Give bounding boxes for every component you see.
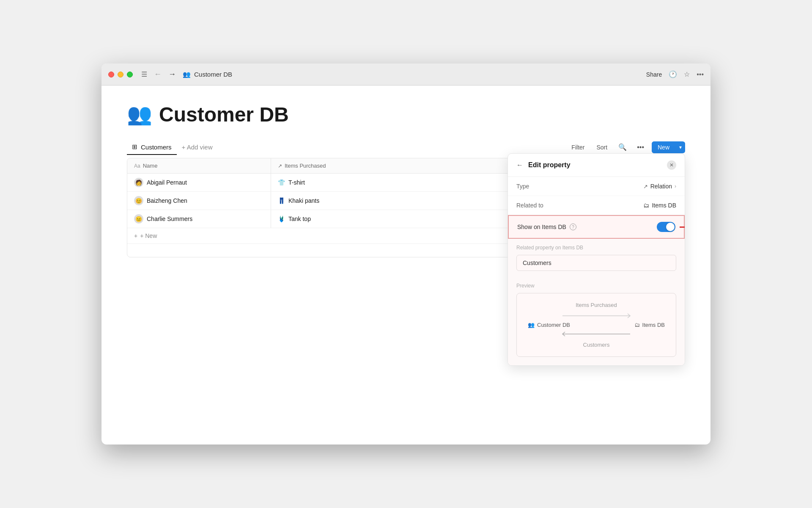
preview-db-row: 👥 Customer DB 🗂 Items DB [524,322,669,328]
related-property-section: Related property on Items DB [508,239,685,277]
red-arrow-line [680,226,685,228]
item-emoji: 👕 [278,179,285,186]
filter-button[interactable]: Filter [568,142,588,152]
col-header-name: Aa Name [127,158,271,173]
avatar: 😊 [134,196,143,205]
relation-arrow-icon: ↗ [643,183,648,190]
item-emoji: 👖 [278,197,285,204]
show-toggle[interactable] [657,222,675,232]
related-property-input[interactable] [516,255,676,271]
related-to-label: Related to [516,202,543,209]
toggle-knob [666,223,675,231]
search-icon[interactable]: 🔍 [616,141,629,153]
type-value[interactable]: ↗ Relation › [643,183,676,190]
tabs-right: Filter Sort 🔍 ••• New ▾ [568,141,685,153]
preview-diagram: Items Purchased 👥 [524,302,669,348]
main-content: 👥 Customer DB ⊞ Customers + Add view Fil… [102,86,710,444]
preview-top-label: Items Purchased [576,302,617,308]
tab-customers-label: Customers [141,144,172,151]
history-icon[interactable]: 🕐 [669,70,677,78]
panel-title: Edit property [528,161,662,169]
new-dropdown-button[interactable]: ▾ [676,142,685,153]
avatar: 🧑 [134,178,143,187]
page-title-area: 👥 Customer DB [127,102,685,126]
related-to-row: Related to 🗂 Items DB [508,196,685,215]
show-label: Show on Items DB [517,224,566,230]
row-name-baizheng: 😊 Baizheng Chen [127,192,271,210]
help-icon[interactable]: ? [570,224,576,230]
page-emoji: 👥 [127,102,152,126]
menu-icon[interactable]: ☰ [141,70,147,78]
preview-items-db: 🗂 Items DB [634,322,665,328]
relation-icon: ↗ [278,163,282,169]
maximize-button[interactable] [127,72,133,77]
text-icon: Aa [134,163,140,169]
back-button[interactable]: ← [152,69,163,80]
tabs-bar: ⊞ Customers + Add view Filter Sort 🔍 •••… [127,140,685,155]
customer-db-emoji: 👥 [528,322,535,328]
share-button[interactable]: Share [646,71,662,78]
add-icon: + [134,232,137,239]
item-emoji: 🩱 [278,215,285,222]
titlebar-actions: Share 🕐 ☆ ••• [646,70,704,78]
new-button-group[interactable]: New ▾ [652,141,685,153]
preview-customer-db: 👥 Customer DB [528,322,570,328]
close-button[interactable] [108,72,114,77]
titlebar-text: Customer DB [194,71,232,78]
show-on-items-db-row: Show on Items DB ? [508,215,685,239]
preview-section: Preview Items Purchased [508,277,685,365]
top-arrow-container [554,312,639,320]
preview-bottom-label: Customers [583,342,610,348]
add-view-label: + Add view [182,144,213,151]
nav-buttons: ← → [152,69,178,80]
tab-customers[interactable]: ⊞ Customers [127,140,177,155]
type-row: Type ↗ Relation › [508,177,685,196]
panel-body: Type ↗ Relation › Related to 🗂 Items DB [508,177,685,365]
more-options-icon[interactable]: ••• [634,142,647,153]
add-view-button[interactable]: + Add view [177,140,218,154]
tabs-left: ⊞ Customers + Add view [127,140,218,155]
show-label-group: Show on Items DB ? [517,224,576,230]
edit-property-panel: ← Edit property ✕ Type ↗ Relation › Rela… [508,153,685,366]
traffic-lights [108,72,133,77]
app-window: ☰ ← → 👥 Customer DB Share 🕐 ☆ ••• 👥 Cust… [102,64,710,444]
panel-back-button[interactable]: ← [516,161,523,169]
minimize-button[interactable] [118,72,123,77]
more-icon[interactable]: ••• [697,71,704,78]
type-label: Type [516,183,529,190]
new-button[interactable]: New [652,141,675,153]
titlebar-title: 👥 Customer DB [183,71,232,78]
forward-button[interactable]: → [167,69,178,80]
row-name-charlie: 😐 Charlie Summers [127,210,271,228]
panel-close-button[interactable]: ✕ [667,160,676,170]
add-row-label: + New [140,232,157,239]
bottom-arrow-container [554,330,639,338]
sort-button[interactable]: Sort [593,142,611,152]
panel-header: ← Edit property ✕ [508,154,685,177]
red-arrow-indicator [680,224,685,230]
avatar: 😐 [134,214,143,224]
titlebar-emoji: 👥 [183,71,191,78]
items-db-emoji-preview: 🗂 [634,322,640,328]
related-to-value[interactable]: 🗂 Items DB [643,202,676,209]
titlebar: ☰ ← → 👥 Customer DB Share 🕐 ☆ ••• [102,64,710,86]
preview-box: Items Purchased 👥 [516,293,676,357]
row-name-abigail: 🧑 Abigail Pernaut [127,174,271,191]
page-title: Customer DB [159,103,289,126]
chevron-right-icon: › [675,183,676,189]
related-property-label: Related property on Items DB [516,245,676,251]
star-icon[interactable]: ☆ [684,70,690,78]
preview-label: Preview [516,283,676,289]
table-icon: ⊞ [132,143,137,151]
items-db-emoji: 🗂 [643,202,649,209]
